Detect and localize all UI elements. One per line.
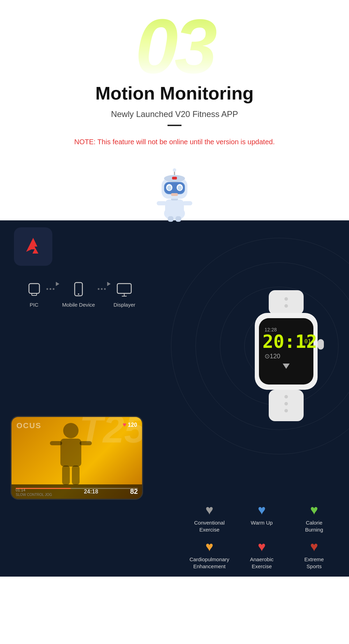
svg-point-42 xyxy=(63,423,79,438)
video-progress-bar xyxy=(16,488,138,489)
svg-point-12 xyxy=(178,185,182,190)
cardio-label: CardiopulmonaryEnhancement xyxy=(190,556,229,570)
svg-text:⊙120: ⊙120 xyxy=(265,353,280,360)
heart-count: 120 xyxy=(128,422,137,428)
section-subtitle: Newly Launched V20 Fitness APP xyxy=(7,109,342,119)
svg-rect-44 xyxy=(50,441,62,445)
svg-rect-1 xyxy=(165,199,184,217)
warmup-heart: ♥ xyxy=(258,503,266,517)
svg-rect-18 xyxy=(176,216,181,222)
svg-point-40 xyxy=(284,402,288,405)
svg-rect-13 xyxy=(171,193,178,196)
section-number: 03 xyxy=(7,14,342,79)
svg-point-39 xyxy=(284,395,288,398)
svg-rect-30 xyxy=(318,339,324,350)
video-timer: 24:18 xyxy=(84,489,98,495)
exercise-warmup: ♥ Warm Up xyxy=(237,503,286,533)
svg-rect-3 xyxy=(183,201,192,205)
svg-rect-43 xyxy=(60,439,81,467)
exercise-grid: ♥ ConventionalExercise ♥ Warm Up ♥ Calor… xyxy=(185,503,339,570)
svg-rect-20 xyxy=(32,293,37,295)
exercise-anaerobic: ♥ AnaerobicExercise xyxy=(237,540,286,570)
extreme-label: ExtremeSports xyxy=(304,556,324,570)
anaerobic-label: AnaerobicExercise xyxy=(250,556,274,570)
conn-pic: PIC xyxy=(24,280,44,308)
conn-pic-label: PIC xyxy=(30,302,38,308)
svg-rect-17 xyxy=(168,216,173,222)
svg-point-37 xyxy=(284,297,288,301)
video-bottom-bar: 01:14 SLOW CONTROL JOG 24:18 82 xyxy=(12,484,142,499)
conventional-label: ConventionalExercise xyxy=(194,519,225,533)
note-text: NOTE: This feature will not be online un… xyxy=(52,137,297,147)
exercise-calorie: ♥ CalorieBurning xyxy=(290,503,339,533)
exercise-conventional: ♥ ConventionalExercise xyxy=(185,503,234,533)
anaerobic-heart: ♥ xyxy=(258,540,266,553)
svg-rect-27 xyxy=(269,290,304,315)
conn-mobile: Mobile Device xyxy=(62,280,95,308)
calorie-heart: ♥ xyxy=(310,503,318,517)
conn-displayer-label: Displayer xyxy=(113,302,135,308)
conn-dots-1 xyxy=(44,282,62,296)
svg-rect-23 xyxy=(117,284,131,293)
exercise-cardio: ♥ CardiopulmonaryEnhancement xyxy=(185,540,234,570)
video-background: OCUS T25 ♥ 120 xyxy=(12,417,142,499)
robot-container xyxy=(0,161,349,224)
svg-point-41 xyxy=(284,409,288,412)
extreme-heart: ♥ xyxy=(310,540,318,553)
svg-point-11 xyxy=(167,185,171,190)
svg-point-22 xyxy=(78,293,79,295)
warmup-label: Warm Up xyxy=(251,519,273,526)
top-section: 03 Motion Monitoring Newly Launched V20 … xyxy=(0,0,349,161)
calorie-label: CalorieBurning xyxy=(305,519,323,533)
smart-watch: 12:28 20:12 01 ⊙120 xyxy=(244,290,328,424)
cardio-heart: ♥ xyxy=(206,540,214,553)
conventional-heart: ♥ xyxy=(206,503,214,517)
exercise-extreme: ♥ ExtremeSports xyxy=(290,540,339,570)
svg-point-16 xyxy=(173,168,176,172)
conn-mobile-label: Mobile Device xyxy=(62,302,95,308)
svg-rect-19 xyxy=(29,284,39,293)
heart-icon: ♥ xyxy=(123,421,127,429)
conn-dots-2 xyxy=(95,282,113,296)
app-logo xyxy=(14,227,52,266)
video-brand: OCUS xyxy=(16,421,42,430)
svg-rect-46 xyxy=(62,466,70,485)
phone-frame: OCUS T25 ♥ 120 xyxy=(10,416,143,500)
section-title: Motion Monitoring xyxy=(7,83,342,104)
workout-label: SLOW CONTROL JOG xyxy=(16,493,52,497)
svg-rect-14 xyxy=(172,177,177,180)
svg-text:01: 01 xyxy=(304,338,311,345)
svg-rect-47 xyxy=(72,466,80,485)
conn-displayer: Displayer xyxy=(113,280,135,308)
title-divider xyxy=(168,125,181,126)
video-progress-fill xyxy=(16,488,71,489)
dark-section: PIC Mobile Device xyxy=(0,220,349,577)
phone-video: OCUS T25 ♥ 120 xyxy=(10,416,143,500)
video-heart-count: ♥ 120 xyxy=(123,421,137,429)
svg-rect-45 xyxy=(80,441,92,445)
robot-mascot xyxy=(152,168,197,224)
svg-rect-2 xyxy=(157,201,166,205)
svg-point-38 xyxy=(284,304,288,308)
